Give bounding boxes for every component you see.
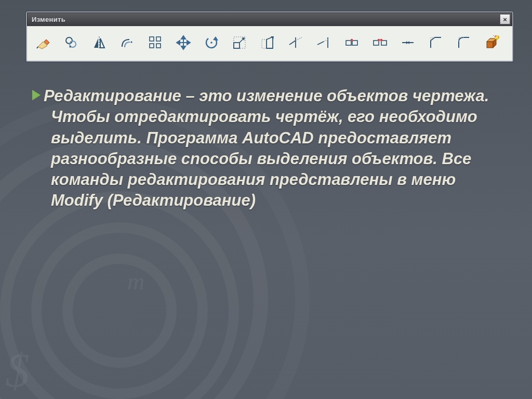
svg-marker-7 bbox=[100, 38, 104, 48]
svg-line-32 bbox=[317, 42, 324, 45]
svg-rect-35 bbox=[352, 41, 357, 45]
erase-icon[interactable] bbox=[34, 34, 52, 51]
slide-body-text: Редактирование – это изменение объектов … bbox=[32, 86, 500, 211]
svg-marker-16 bbox=[181, 36, 185, 39]
svg-marker-18 bbox=[177, 41, 180, 45]
svg-rect-10 bbox=[150, 37, 154, 41]
svg-rect-38 bbox=[381, 41, 387, 45]
copy-icon[interactable] bbox=[62, 34, 80, 51]
svg-marker-44 bbox=[407, 41, 409, 44]
break-at-point-icon[interactable] bbox=[343, 34, 361, 51]
svg-line-29 bbox=[289, 41, 296, 45]
toolbar-title: Изменить bbox=[32, 16, 65, 23]
toolbar-titlebar[interactable]: Изменить × bbox=[27, 12, 512, 26]
stretch-icon[interactable] bbox=[259, 34, 276, 51]
rotate-icon[interactable] bbox=[203, 34, 220, 51]
svg-marker-20 bbox=[213, 36, 218, 41]
svg-rect-12 bbox=[150, 44, 154, 48]
array-icon[interactable] bbox=[147, 34, 164, 51]
svg-rect-11 bbox=[156, 37, 161, 41]
svg-marker-17 bbox=[181, 46, 185, 49]
break-icon[interactable] bbox=[371, 34, 389, 51]
svg-rect-40 bbox=[380, 39, 382, 41]
decorative-text: $ bbox=[5, 342, 30, 398]
svg-line-33 bbox=[324, 39, 328, 42]
svg-line-30 bbox=[296, 37, 302, 41]
svg-rect-13 bbox=[156, 44, 161, 48]
svg-rect-26 bbox=[262, 39, 267, 48]
extend-icon[interactable] bbox=[315, 34, 332, 51]
svg-line-2 bbox=[37, 47, 38, 48]
svg-point-9 bbox=[130, 41, 132, 43]
svg-rect-37 bbox=[374, 41, 379, 45]
fillet-icon[interactable] bbox=[455, 34, 473, 51]
svg-rect-23 bbox=[234, 43, 240, 48]
chamfer-icon[interactable] bbox=[427, 34, 445, 51]
bullet-icon bbox=[32, 90, 41, 100]
toolbar-strip bbox=[27, 26, 512, 61]
close-icon: × bbox=[503, 16, 507, 23]
scale-icon[interactable] bbox=[231, 34, 248, 51]
svg-point-3 bbox=[66, 37, 72, 44]
offset-icon[interactable] bbox=[118, 34, 136, 51]
move-icon[interactable] bbox=[175, 34, 192, 51]
explode-icon[interactable] bbox=[483, 34, 501, 51]
close-button[interactable]: × bbox=[500, 14, 510, 24]
modify-toolbar: Изменить × bbox=[26, 11, 513, 62]
svg-marker-6 bbox=[94, 38, 98, 48]
presentation-slide: m $ Изменить × bbox=[0, 0, 532, 399]
body-paragraph: Редактирование – это изменение объектов … bbox=[44, 87, 489, 209]
join-icon[interactable] bbox=[399, 34, 417, 51]
decorative-text: m bbox=[127, 268, 144, 295]
svg-rect-45 bbox=[487, 42, 493, 48]
svg-rect-39 bbox=[378, 39, 380, 41]
svg-rect-34 bbox=[346, 41, 351, 45]
svg-marker-19 bbox=[187, 41, 190, 45]
svg-point-5 bbox=[69, 46, 71, 47]
svg-rect-36 bbox=[351, 39, 353, 41]
mirror-icon[interactable] bbox=[90, 34, 108, 51]
svg-point-21 bbox=[210, 42, 212, 44]
trim-icon[interactable] bbox=[287, 34, 304, 51]
